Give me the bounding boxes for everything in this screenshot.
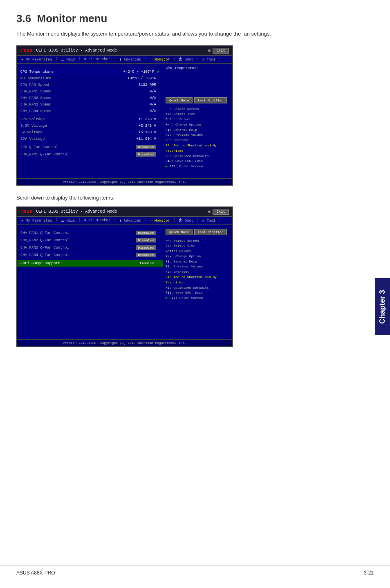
bios2-chafan1-badge: Disabled: [136, 231, 156, 235]
bios-body-1: CPU Temperature +42°C / +107°F ► MB Temp…: [17, 64, 232, 178]
bios2-label-chafan2: CHA_FAN2 Q-Fan Control: [20, 238, 119, 242]
keybind-screen: →←: Select Screen: [166, 107, 230, 112]
quick-note-button-2[interactable]: Quick Note: [166, 229, 193, 235]
bios2-row-chafan3-qfan[interactable]: CHA_FAN3 Q-Fan Control Disabled: [17, 245, 163, 251]
keybind2-f3: F3: Shortcut: [166, 269, 230, 275]
bios-value-5v: +5.120 V: [119, 130, 159, 135]
bios-body-2: CHA_FAN1 Q-Fan Control Disabled CHA_FAN2…: [17, 225, 232, 339]
bios-row-chafan1-qfan[interactable]: CHA_FAN1 Q-Fan Control Disabled: [17, 151, 163, 158]
nav-tool[interactable]: ⚒ Tool: [201, 57, 217, 62]
nav2-tool[interactable]: ⚒ Tool: [201, 218, 217, 223]
bios-row-chafan4-speed: CHA_FAN4 Speed N/A: [17, 108, 163, 114]
bios-titlebar-right: ▣ Exit: [208, 48, 229, 54]
bios-value-12v: +11.904 V: [119, 137, 159, 141]
nav-monitor[interactable]: ▭ Monitor: [148, 57, 172, 62]
bios-label-chafan1-speed: CHA_FAN1 Speed: [20, 90, 119, 94]
nav2-ai-tweaker[interactable]: ● Ai Tweaker: [82, 218, 112, 223]
bios-label-chafan3-speed: CHA_FAN3 Speed: [20, 103, 119, 107]
footer-right: 3-21: [364, 570, 374, 576]
bios-value-chafan1-speed: N/A: [119, 90, 159, 94]
nav-advanced[interactable]: ▮ Advanced: [118, 57, 143, 62]
bios-exit-button-2[interactable]: Exit: [213, 209, 229, 215]
bios-keybinds-2: →←: Select Screen ↑↓: Select Item Enter:…: [166, 238, 230, 301]
bios2-value-chafan2: Disabled: [119, 238, 159, 242]
bios-label-cpu-qfan: CPU Q-Fan Control: [20, 145, 119, 149]
bios2-chafan2-badge: Disabled: [136, 238, 156, 242]
keybind-f5: F5: Optimized Defaults: [166, 154, 230, 159]
bios2-label-anti-surge: Anti Surge Support: [20, 261, 119, 265]
keybind-f3: F3: Shortcut: [166, 138, 230, 143]
bios2-value-chafan4: Disabled: [119, 253, 159, 257]
bios-row-cpufan: CPU_FAN Speed 3132 RPM: [17, 82, 163, 88]
bios-screen-2: /SUS UEFI BIOS Utility - Advanced Mode ▣…: [16, 206, 233, 347]
bios-label-chafan2-speed: CHA_FAN2 Speed: [20, 96, 119, 100]
bios2-row-chafan4-qfan[interactable]: CHA_FAN4 Q-Fan Control Disabled: [17, 252, 163, 258]
bios-value-mb-temp: +32°C / +89°F: [119, 76, 159, 81]
keybind2-change: +/-: Change Option: [166, 254, 230, 259]
bios-value-cpu-voltage: +1.376 V: [119, 117, 159, 121]
bios2-label-chafan3: CHA_FAN3 Q-Fan Control: [20, 246, 119, 250]
nav2-favorites[interactable]: ★ My Favorites: [20, 218, 54, 223]
bios-label-chafan1-qfan: CHA_FAN1 Q-Fan Control: [20, 153, 119, 157]
bios-buttons-row-2: Quick Note Last Modified: [166, 229, 230, 235]
bios-row-cpu-temp[interactable]: CPU Temperature +42°C / +107°F ►: [17, 69, 163, 75]
bios-left-panel-2: CHA_FAN1 Q-Fan Control Disabled CHA_FAN2…: [17, 225, 163, 339]
keybind2-item: ↑↓: Select Item: [166, 243, 230, 249]
nav-ai-tweaker[interactable]: ● Ai Tweaker: [82, 57, 112, 62]
keybind2-f4: F4: Add to Shortcut and My Favorites: [166, 275, 230, 285]
keybind-f2: F2: Previous Values: [166, 132, 230, 138]
nav-favorites[interactable]: ★ My Favorites: [20, 57, 54, 62]
bios2-value-chafan1: Disabled: [119, 231, 159, 235]
bios-buttons-row-1: Quick Note Last Modified: [166, 97, 230, 103]
nav-boot[interactable]: ⏻ Boot: [177, 57, 195, 62]
bios2-row-chafan2-qfan[interactable]: CHA_FAN2 Q-Fan Control Disabled: [17, 237, 163, 244]
bios-version-2: Version 2.10.1208. Copyright (C) 2013 Am…: [17, 339, 232, 346]
bios-label-5v: 5V Voltage: [20, 130, 119, 135]
chapter-tab: Chapter 3: [375, 278, 390, 335]
bios2-row-chafan1-qfan[interactable]: CHA_FAN1 Q-Fan Control Disabled: [17, 230, 163, 236]
bios2-label-chafan1: CHA_FAN1 Q-Fan Control: [20, 231, 119, 235]
bios-label-cpu-voltage: CPU Voltage: [20, 117, 119, 121]
keybind2-f1: F1: General Help: [166, 259, 230, 265]
keybind2-f10: F10: Save ESC: Exit: [166, 290, 230, 296]
bios-navbar-2: ★ My Favorites | ☰ Main | ● Ai Tweaker |…: [17, 217, 232, 225]
quick-note-button-1[interactable]: Quick Note: [166, 97, 193, 103]
bios2-value-chafan3: Disabled: [119, 245, 159, 250]
bios2-row-anti-surge[interactable]: Anti Surge Support Enabled: [17, 260, 163, 267]
bios-titlebar-left: /SUS UEFI BIOS Utility - Advanced Mode: [20, 48, 117, 53]
keybind-enter: Enter: Select: [166, 117, 230, 122]
bios2-label-chafan4: CHA_FAN4 Q-Fan Control: [20, 253, 119, 257]
nav2-monitor[interactable]: ▭ Monitor: [148, 218, 172, 223]
bios-titlebar-2: /SUS UEFI BIOS Utility - Advanced Mode ▣…: [17, 207, 232, 217]
bios-value-chafan4-speed: N/A: [119, 109, 159, 113]
bios-value-chafan3-speed: N/A: [119, 103, 159, 107]
bios-label-cpu-temp: CPU Temperature: [20, 70, 117, 74]
nav2-boot[interactable]: ⏻ Boot: [177, 218, 195, 223]
bios-value-33v: +3.248 V: [119, 124, 159, 128]
nav2-advanced[interactable]: ▮ Advanced: [118, 218, 143, 223]
bios-row-33v-voltage: 3.3V Voltage +3.248 V: [17, 123, 163, 129]
bios-label-12v: 12V Voltage: [20, 137, 119, 141]
footer-left: ASUS A88X-PRO: [16, 570, 55, 576]
last-modified-button-1[interactable]: Last Modified: [194, 97, 227, 103]
section-description: The Monitor menu displays the system tem…: [16, 30, 374, 38]
keybind2-f2: F2: Previous Values: [166, 264, 230, 269]
bios-value-chafan2-speed: N/A: [119, 96, 159, 100]
keybind2-f12: ► F12: Print Screen: [166, 296, 230, 301]
scroll-label: Scroll down to display the following ite…: [16, 195, 374, 201]
last-modified-button-2[interactable]: Last Modified: [194, 229, 227, 235]
nav2-main[interactable]: ☰ Main: [59, 218, 77, 223]
footer: ASUS A88X-PRO 3-21: [0, 566, 390, 576]
nav-main[interactable]: ☰ Main: [59, 57, 77, 62]
bios-row-cpu-qfan[interactable]: CPU Q-Fan Control Disabled: [17, 144, 163, 150]
bios-logo-2: /SUS: [20, 209, 33, 214]
bios-value-cpu-qfan: Disabled: [119, 145, 159, 149]
bios-label-chafan4-speed: CHA_FAN4 Speed: [20, 109, 119, 113]
keybind-f12: ► F12: Print Screen: [166, 164, 230, 169]
bios-keybinds-1: →←: Select Screen ↑↓: Select Item Enter:…: [166, 107, 230, 170]
bios-screen-1: /SUS UEFI BIOS Utility - Advanced Mode ▣…: [16, 45, 233, 186]
bios-exit-button[interactable]: Exit: [213, 48, 229, 54]
bios-label-cpufan: CPU_FAN Speed: [20, 83, 119, 87]
bios-left-panel-1: CPU Temperature +42°C / +107°F ► MB Temp…: [17, 64, 163, 178]
bios-value-cpufan: 3132 RPM: [119, 83, 159, 87]
